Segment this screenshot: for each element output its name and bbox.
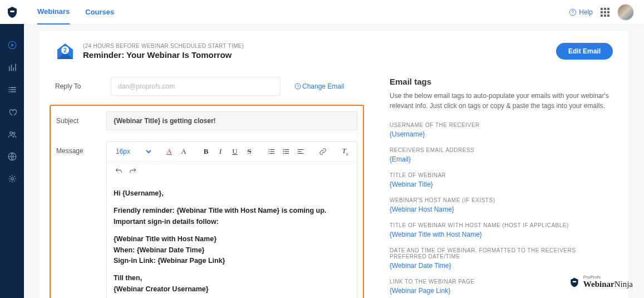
tag-label: TITLE OF WEBINAR (390, 172, 613, 178)
nav-globe[interactable] (0, 145, 24, 168)
redo-icon (129, 167, 137, 175)
ordered-list-icon (268, 148, 276, 155)
shield-icon (6, 6, 19, 19)
undo-icon (115, 167, 122, 175)
tags-description: Use the below email tags to auto-populat… (390, 91, 613, 111)
list-icon (7, 85, 17, 95)
reply-to-label: Reply To (55, 77, 111, 90)
align-button[interactable] (294, 145, 307, 158)
help-icon: ? (294, 83, 301, 90)
font-size-select[interactable]: 16px (112, 146, 153, 157)
nav-webinars[interactable] (0, 34, 24, 56)
underline-button[interactable]: U (229, 145, 241, 158)
svg-point-12 (283, 149, 284, 150)
tag-label: RECEIVERS EMAIL ADDRESS (390, 147, 613, 153)
apps-grid-icon[interactable] (601, 8, 609, 17)
svg-rect-0 (10, 11, 14, 12)
email-panel: 2 (24 HOURS BEFORE WEBINAR SCHEDULED STA… (40, 31, 628, 298)
undo-button[interactable] (112, 165, 125, 177)
link-icon (319, 148, 327, 155)
svg-point-14 (283, 153, 284, 154)
email-tags-sidebar: Email tags Use the below email tags to a… (364, 77, 613, 298)
shield-icon (569, 277, 580, 288)
heart-hands-icon (7, 107, 17, 117)
edit-email-button[interactable]: Edit Email (556, 43, 613, 60)
message-row: Message 16px A A B I (56, 141, 357, 298)
reply-to-input[interactable] (111, 77, 281, 96)
reply-to-row: Reply To ? Change Email (55, 77, 364, 96)
tag-block: RECEIVERS EMAIL ADDRESS{Email} (390, 147, 613, 163)
help-icon (569, 8, 577, 16)
tag-label: USERNAME OF THE RECEIVER (390, 122, 613, 128)
message-body-editor[interactable]: Hi {Username}, Friendly reminder: {Webin… (107, 180, 357, 298)
app-logo[interactable] (0, 0, 24, 24)
nav-stats[interactable] (0, 56, 24, 79)
redo-button[interactable] (127, 165, 139, 177)
content-area: 2 (24 HOURS BEFORE WEBINAR SCHEDULED STA… (24, 25, 644, 298)
tab-webinars[interactable]: Webinars (37, 0, 70, 25)
tag-block: TITLE OF WEBINAR WITH HOST NAME (HOST IF… (390, 222, 613, 238)
svg-text:?: ? (297, 85, 299, 89)
gear-icon (7, 174, 17, 184)
tag-value[interactable]: {Email} (390, 155, 613, 163)
tag-label: DATE AND TIME OF WEBINAR. FORMATTED TO T… (390, 247, 613, 260)
bg-color-button[interactable]: A (178, 145, 190, 158)
reminder-envelope-icon: 2 (55, 41, 75, 61)
tag-block: USERNAME OF THE RECEIVER{Username} (390, 122, 613, 138)
brand-badge: ProProfs WebinarNinja (569, 275, 633, 289)
svg-text:2: 2 (63, 47, 67, 53)
tag-value[interactable]: {Webinar Title with Host Name} (390, 231, 613, 238)
unordered-list-button[interactable] (280, 145, 292, 158)
tag-value[interactable]: {Username} (390, 130, 613, 138)
editor-toolbar-row-2 (107, 162, 357, 180)
align-icon (297, 148, 304, 155)
tag-block: TITLE OF WEBINAR{Webinar Title} (390, 172, 613, 188)
tag-block: DATE AND TIME OF WEBINAR. FORMATTED TO T… (390, 247, 613, 270)
text-color-button[interactable]: A (163, 145, 175, 158)
subject-label: Subject (56, 111, 106, 125)
nav-list[interactable] (0, 79, 24, 101)
svg-rect-15 (572, 281, 576, 282)
tag-label: WEBINAR'S HOST NAME (IF EXISTS) (390, 197, 613, 203)
timing-label: (24 HOURS BEFORE WEBINAR SCHEDULED START… (83, 43, 556, 49)
svg-point-13 (283, 151, 284, 152)
nav-settings[interactable] (0, 168, 24, 190)
ordered-list-button[interactable] (266, 145, 278, 158)
tags-title: Email tags (390, 77, 613, 86)
tag-block: WEBINAR'S HOST NAME (IF EXISTS){Webinar … (390, 197, 613, 213)
svg-point-5 (11, 178, 13, 180)
svg-point-3 (13, 133, 15, 135)
panel-header: 2 (24 HOURS BEFORE WEBINAR SCHEDULED STA… (55, 41, 613, 61)
svg-point-7 (573, 13, 573, 14)
italic-button[interactable]: I (214, 145, 227, 158)
unordered-list-icon (282, 148, 290, 155)
subject-row: Subject (56, 111, 357, 130)
rich-text-editor: 16px A A B I U S (106, 141, 357, 298)
tag-value[interactable]: {Webinar Title} (390, 180, 613, 188)
strike-button[interactable]: S (243, 145, 255, 158)
panel-title: Reminder: Your Webinar Is Tomorrow (83, 50, 556, 60)
nav-people[interactable] (0, 123, 24, 145)
subject-input[interactable] (106, 111, 357, 130)
tab-courses[interactable]: Courses (85, 0, 114, 24)
editor-toolbar-row-1: 16px A A B I U S (107, 142, 357, 162)
tag-value[interactable]: {Webinar Date Time} (390, 262, 613, 270)
svg-point-2 (9, 132, 12, 135)
link-button[interactable] (317, 145, 329, 158)
users-icon (7, 129, 17, 139)
tag-label: TITLE OF WEBINAR WITH HOST NAME (HOST IF… (390, 222, 613, 228)
globe-icon (7, 152, 17, 162)
editor-highlight-frame: Subject Message 16px A (50, 105, 364, 298)
help-label: Help (579, 8, 593, 16)
nav-favorites[interactable] (0, 101, 24, 123)
bold-button[interactable]: B (200, 145, 212, 158)
play-circle-icon (7, 40, 17, 50)
user-avatar[interactable] (617, 4, 634, 21)
change-email-link[interactable]: ? Change Email (294, 82, 344, 90)
tag-value[interactable]: {Webinar Host Name} (390, 206, 613, 213)
message-label: Message (56, 141, 106, 155)
clear-format-button[interactable]: Tx (339, 145, 351, 158)
help-link[interactable]: Help (569, 8, 593, 16)
bar-chart-icon (7, 62, 17, 72)
left-rail (0, 0, 24, 298)
